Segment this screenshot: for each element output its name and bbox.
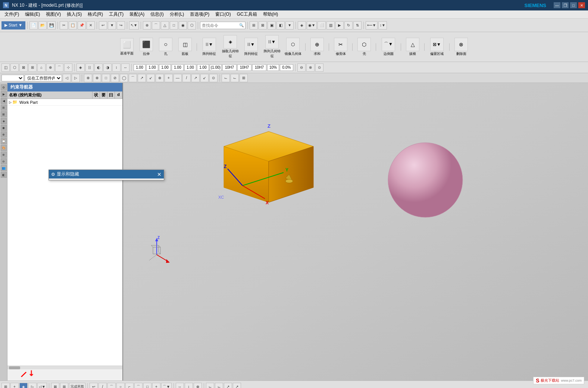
menu-edit[interactable]: 编辑(E): [22, 10, 43, 18]
delete-button[interactable]: ✕: [87, 21, 95, 30]
restore-button[interactable]: ❐: [562, 2, 569, 8]
tree-node-workpart[interactable]: ▷ 📁 Work Part: [7, 99, 122, 106]
sketch-btn4[interactable]: ⊞: [28, 63, 37, 72]
edge-button[interactable]: △: [161, 21, 169, 30]
snap-filter-13[interactable]: ↗: [191, 74, 200, 82]
delete-face-btn[interactable]: ⊗ 删除面: [452, 38, 470, 56]
dim-extra1[interactable]: ⊖: [297, 63, 306, 72]
bt-const-btn2[interactable]: ↕: [185, 383, 193, 388]
sh-dialog-titlebar[interactable]: ⚙ 显示和隐藏 ✕: [49, 170, 164, 179]
sidebar-icon-nav2[interactable]: ◀: [1, 98, 7, 104]
sidebar-icon-nav13[interactable]: ◧: [1, 172, 7, 178]
mirror-solid-btn[interactable]: ⬡ 镜像几何体: [283, 38, 303, 56]
bt-line-btn[interactable]: /: [98, 383, 107, 388]
nav-btn2[interactable]: ↕▼: [378, 21, 387, 30]
sidebar-icon-nav4[interactable]: ⊠: [1, 111, 7, 117]
display-btn3[interactable]: ⬜: [318, 21, 326, 30]
bt-mode-btn[interactable]: ⊞: [1, 383, 10, 388]
trim-btn[interactable]: ✂ 修剪体: [332, 38, 350, 56]
filter-back-btn[interactable]: ◁: [63, 74, 71, 82]
hscroll-thumb[interactable]: [9, 366, 20, 369]
viewport[interactable]: Y Z X Z XC Z: [123, 83, 588, 381]
menu-insert[interactable]: 插入(S): [64, 10, 85, 18]
display-btn7[interactable]: ⇅: [353, 21, 362, 30]
angle-filter-2[interactable]: ⌙: [231, 74, 239, 82]
sidebar-icon-nav5[interactable]: ◈: [1, 118, 7, 124]
dim-btn1[interactable]: ◈: [76, 63, 85, 72]
cut-button[interactable]: ✂: [60, 21, 68, 30]
bt-curve-undo[interactable]: ↩: [90, 383, 98, 388]
snap-filter-6[interactable]: ⌒: [129, 74, 137, 82]
num-field-8[interactable]: [222, 64, 237, 71]
pull-btn[interactable]: ⬛ 拉伸: [137, 38, 155, 56]
search-input[interactable]: [202, 23, 239, 28]
edge-blend-btn[interactable]: ⌒▼ 边倒圆: [379, 38, 398, 56]
num-field-3[interactable]: [159, 64, 171, 71]
bt-shape-btn[interactable]: □: [143, 383, 151, 388]
sidebar-icon-nav1[interactable]: ▶: [1, 91, 7, 97]
menu-analysis[interactable]: 分析(L): [167, 10, 187, 18]
sketch-btn6[interactable]: ⊕: [46, 63, 54, 72]
num-field-9[interactable]: [237, 64, 251, 71]
feature-button[interactable]: ⬡: [188, 21, 196, 30]
bt-complete-btn[interactable]: 完成草图: [69, 383, 85, 388]
angle-filter-3[interactable]: ⊞: [240, 74, 248, 82]
snap-filter-3[interactable]: □: [102, 74, 110, 82]
menu-view[interactable]: 视图(V): [43, 10, 64, 18]
sidebar-icon-nav11[interactable]: ⊖: [1, 158, 7, 164]
sketch-btn3[interactable]: ⊠: [19, 63, 28, 72]
body-button[interactable]: ◉: [179, 21, 187, 30]
bt-arc-btn[interactable]: ⌒: [107, 383, 116, 388]
menu-format[interactable]: 格式(R): [85, 10, 106, 18]
bt-const-btn3[interactable]: ⊕: [194, 383, 202, 388]
dim-btn3[interactable]: ◐: [94, 63, 103, 72]
sh-close-button[interactable]: ✕: [157, 171, 162, 177]
bt-mirror-btn[interactable]: ↗: [233, 383, 241, 388]
draft-btn[interactable]: △ 拔模: [404, 38, 422, 56]
bt-forward-btn[interactable]: ▷: [28, 383, 37, 388]
sketch-btn2[interactable]: ⬡: [10, 63, 19, 72]
snap-filter-1[interactable]: ⊕: [84, 74, 92, 82]
snap-filter-4[interactable]: ⊘: [111, 74, 119, 82]
search-box[interactable]: 🔍: [200, 22, 245, 29]
sidebar-icon-nav10[interactable]: ⊗: [1, 152, 7, 158]
start-button[interactable]: ▶ Start ▼: [1, 21, 25, 30]
display-btn1[interactable]: ◈: [298, 21, 306, 30]
snap-filter-2[interactable]: ⊕: [93, 74, 101, 82]
num-field-10[interactable]: [252, 64, 266, 71]
num-field-6[interactable]: [197, 64, 209, 71]
close-button[interactable]: ✕: [578, 2, 585, 8]
selection-button[interactable]: ↖▼: [129, 21, 139, 30]
display-btn6[interactable]: ↻: [344, 21, 353, 30]
dim-btn2[interactable]: ⌻: [85, 63, 94, 72]
menu-window[interactable]: 窗口(O): [212, 10, 234, 18]
undo-button[interactable]: ↩: [99, 21, 107, 30]
dim-extra3[interactable]: ⊙: [315, 63, 323, 72]
render-btn5[interactable]: ▼: [285, 21, 294, 30]
snap-filter-14[interactable]: ↙: [200, 74, 209, 82]
num-field-4[interactable]: [172, 64, 184, 71]
render-btn2[interactable]: ⊠: [259, 21, 267, 30]
panel-hscroll[interactable]: [7, 366, 122, 369]
bt-const-btn1[interactable]: ↔: [176, 383, 184, 388]
display-btn2[interactable]: ◉▼: [307, 21, 317, 30]
menu-prefs[interactable]: 首选项(P): [187, 10, 212, 18]
filter-select-2[interactable]: 仅在工作部件内: [25, 75, 62, 81]
snap-filter-9[interactable]: ⊕: [156, 74, 164, 82]
num-field-11[interactable]: [267, 64, 279, 71]
array-surface-btn[interactable]: ⁞⁞▼ 阵列特征: [241, 38, 261, 56]
sidebar-icon-settings[interactable]: ⚙: [1, 84, 7, 90]
snap-filter-5[interactable]: ◯: [120, 74, 128, 82]
sketch-btn8[interactable]: ⊹: [64, 63, 72, 72]
filter-fwd-btn[interactable]: ▷: [72, 74, 80, 82]
filter-select-1[interactable]: [1, 75, 24, 81]
menu-info[interactable]: 信息(I): [147, 10, 166, 18]
menu-tools[interactable]: 工具(T): [106, 10, 126, 18]
bt-angle-btn1[interactable]: ⌙: [206, 383, 214, 388]
curve-button[interactable]: ⌒: [152, 21, 160, 30]
maximize-button[interactable]: □: [570, 2, 577, 8]
display-btn4[interactable]: ▥: [326, 21, 335, 30]
sidebar-icon-nav12[interactable]: 👥: [1, 165, 7, 171]
bt-angle-btn3[interactable]: ↗: [224, 383, 232, 388]
sidebar-icon-nav7[interactable]: ⊕: [1, 131, 7, 137]
